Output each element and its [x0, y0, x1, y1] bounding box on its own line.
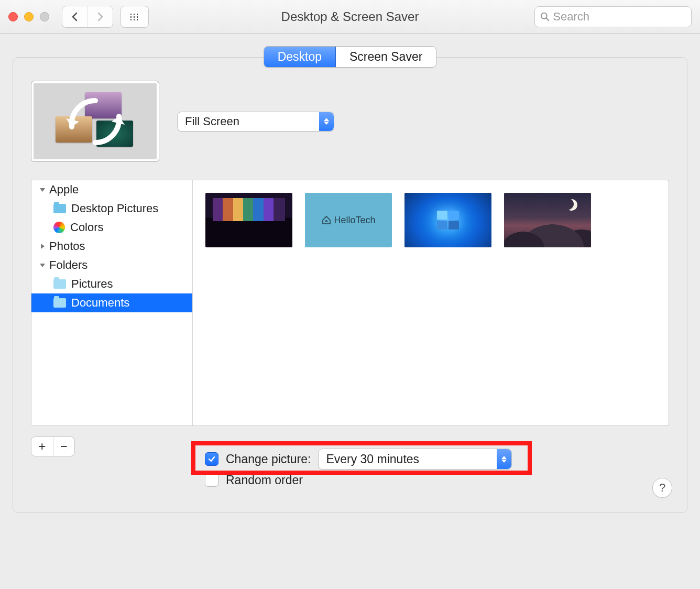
segmented-control: Desktop Screen Saver — [264, 46, 437, 68]
help-button[interactable]: ? — [652, 478, 672, 498]
sidebar-item-desktop-pictures[interactable]: Desktop Pictures — [31, 199, 192, 218]
toolbar: Desktop & Screen Saver — [0, 0, 700, 34]
minimize-window-button[interactable] — [24, 12, 34, 21]
folder-icon — [53, 298, 66, 308]
sidebar-label: Apple — [49, 183, 79, 197]
nav-history-group — [62, 6, 113, 28]
add-folder-button[interactable]: + — [31, 437, 53, 456]
window-traffic-lights — [8, 12, 49, 21]
colorwheel-icon — [53, 222, 65, 233]
back-button[interactable] — [62, 6, 88, 27]
change-picture-checkbox[interactable] — [205, 452, 218, 466]
wallpaper-thumbnail[interactable]: HelloTech — [305, 193, 392, 247]
sidebar-item-pictures[interactable]: Pictures — [31, 275, 192, 293]
sidebar-item-documents[interactable]: Documents — [31, 293, 192, 312]
sidebar-label: Colors — [70, 221, 104, 234]
folder-icon — [53, 279, 66, 289]
sidebar-label: Documents — [71, 296, 129, 310]
svg-point-0 — [541, 13, 547, 18]
svg-marker-6 — [40, 264, 45, 267]
sidebar-label: Desktop Pictures — [71, 202, 158, 215]
source-sidebar: Apple Desktop Pictures Colors Photos Fol… — [31, 180, 193, 426]
wallpaper-thumbnail[interactable] — [504, 193, 591, 247]
search-field[interactable] — [534, 6, 692, 27]
chevron-left-icon — [71, 12, 79, 21]
change-picture-label: Change picture: — [226, 452, 311, 466]
svg-point-7 — [326, 221, 327, 222]
sidebar-group-photos[interactable]: Photos — [31, 237, 192, 256]
disclosure-down-icon — [39, 261, 46, 269]
fill-mode-value: Fill Screen — [185, 115, 319, 128]
tab-strip: Desktop Screen Saver — [13, 46, 687, 68]
close-window-button[interactable] — [8, 12, 18, 21]
grid-icon — [129, 13, 140, 20]
svg-marker-4 — [40, 188, 45, 192]
wallpaper-thumbnail[interactable] — [205, 193, 292, 247]
tab-desktop[interactable]: Desktop — [264, 47, 336, 67]
change-interval-select[interactable]: Every 30 minutes — [318, 449, 512, 470]
sidebar-label: Photos — [49, 239, 85, 253]
show-all-button[interactable] — [121, 6, 149, 28]
dropdown-stepper-icon — [319, 112, 334, 131]
change-interval-value: Every 30 minutes — [326, 452, 497, 466]
wallpaper-preview — [31, 81, 159, 162]
disclosure-right-icon — [39, 243, 46, 250]
thumbnail-grid: HelloTech — [193, 180, 669, 426]
svg-line-1 — [546, 18, 549, 20]
thumbnail-label: HelloTech — [334, 215, 375, 226]
sidebar-item-colors[interactable]: Colors — [31, 218, 192, 237]
sidebar-group-folders[interactable]: Folders — [31, 256, 192, 275]
zoom-window-button[interactable] — [40, 12, 49, 21]
change-picture-row: Change picture: Every 30 minutes — [205, 449, 512, 470]
preview-row: Fill Screen — [31, 81, 669, 162]
search-icon — [540, 12, 550, 22]
window-title: Desktop & Screen Saver — [281, 9, 419, 24]
forward-button[interactable] — [88, 6, 113, 27]
random-order-checkbox[interactable] — [205, 473, 218, 487]
folder-add-remove: + − — [31, 437, 75, 456]
remove-folder-button[interactable]: − — [53, 437, 75, 456]
wallpaper-thumbnail[interactable] — [404, 193, 491, 247]
content-split: Apple Desktop Pictures Colors Photos Fol… — [31, 180, 669, 426]
svg-marker-5 — [41, 244, 45, 249]
chevron-right-icon — [96, 12, 104, 21]
cycle-icon — [53, 90, 137, 153]
random-order-label: Random order — [226, 473, 303, 487]
preferences-body: Desktop Screen Saver Fill Screen — [0, 34, 700, 589]
random-order-row: Random order — [205, 470, 512, 490]
tab-screensaver[interactable]: Screen Saver — [336, 47, 436, 67]
folder-icon — [53, 204, 66, 213]
house-icon — [321, 215, 332, 225]
preferences-panel: Fill Screen Apple Desktop Pictures Color… — [13, 57, 687, 513]
fill-mode-select[interactable]: Fill Screen — [177, 112, 334, 132]
bottom-options: Change picture: Every 30 minutes Random … — [205, 449, 512, 490]
sidebar-label: Pictures — [71, 277, 113, 291]
dropdown-stepper-icon — [497, 449, 511, 469]
search-input[interactable] — [553, 10, 686, 24]
sidebar-label: Folders — [49, 258, 88, 272]
sidebar-group-apple[interactable]: Apple — [31, 180, 192, 199]
disclosure-down-icon — [39, 186, 46, 193]
